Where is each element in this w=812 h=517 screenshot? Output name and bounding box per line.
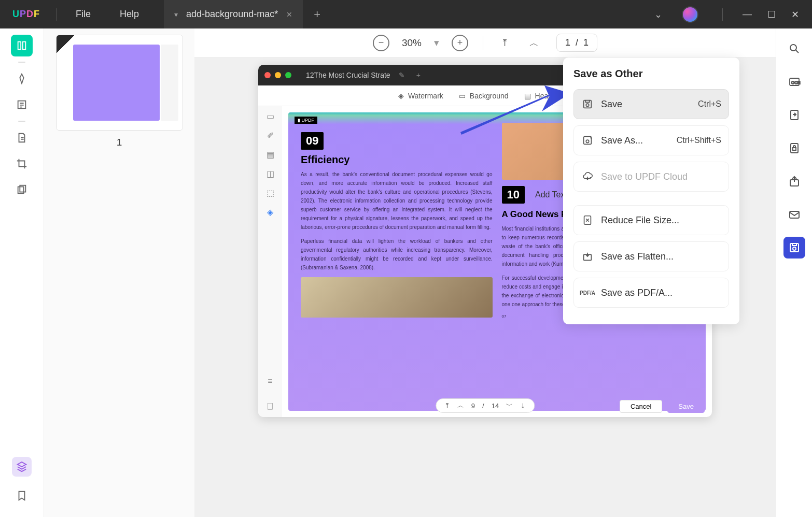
tab-dropdown-icon[interactable]: ▾: [174, 10, 178, 19]
search-icon[interactable]: [783, 38, 805, 60]
pdfa-icon: PDF/A: [581, 286, 594, 299]
mac-bookmark-icon: ⎕: [268, 401, 273, 411]
mac-tool-icon: ◫: [267, 169, 274, 179]
first-icon: ⤒: [444, 402, 450, 410]
save-pdfa-button[interactable]: PDF/A Save as PDF/A...: [573, 278, 729, 308]
svg-point-4: [586, 104, 589, 107]
reduce-icon: [581, 214, 594, 226]
user-avatar[interactable]: [682, 6, 698, 23]
mac-close-icon: [264, 72, 271, 78]
zoom-out-button[interactable]: −: [373, 35, 389, 51]
layers-icon[interactable]: [12, 457, 32, 477]
highlighter-icon[interactable]: [11, 68, 33, 90]
mac-tool-icon: ⬚: [267, 188, 274, 198]
main-area: 1 − 30% ▾ + ⤒ ︿ 1 / 1: [0, 28, 812, 517]
share-icon[interactable]: [783, 170, 805, 192]
convert-icon[interactable]: [783, 104, 805, 126]
add-text-label: Add Text: [535, 185, 567, 205]
section-heading: Efficiency: [301, 154, 493, 166]
content-image: [301, 277, 493, 318]
menu-help[interactable]: Help: [105, 9, 153, 20]
reader-mode-icon[interactable]: [11, 35, 33, 56]
add-tab-button[interactable]: +: [303, 0, 331, 28]
first-page-icon[interactable]: ⤒: [498, 35, 512, 51]
mac-layers-icon: ≡: [268, 377, 272, 386]
ocr-icon[interactable]: OCR: [783, 71, 805, 93]
app-logo: UPDF: [0, 9, 52, 20]
zoom-dropdown-icon[interactable]: ▾: [434, 37, 439, 49]
mac-tab-title: 12The Most Crucial Strate: [306, 71, 390, 79]
mac-tool-icon: ◈: [267, 207, 273, 217]
svg-point-9: [790, 45, 796, 51]
next-icon: ﹀: [506, 401, 513, 410]
window-close-icon[interactable]: ✕: [791, 9, 799, 20]
document-viewport: − 30% ▾ + ⤒ ︿ 1 / 1: [194, 28, 776, 517]
svg-text:OCR: OCR: [791, 80, 801, 85]
svg-rect-14: [793, 148, 796, 150]
mac-save-button: Save: [667, 400, 705, 413]
tab-close-icon[interactable]: ✕: [286, 10, 292, 19]
save-button[interactable]: Save Ctrl+S: [573, 89, 729, 119]
reduce-size-button[interactable]: Reduce File Size...: [573, 205, 729, 235]
section-number: 09: [301, 132, 324, 150]
save-flatten-button[interactable]: Save as Flatten...: [573, 241, 729, 271]
mac-add-tab-icon: +: [416, 71, 421, 79]
organize-icon[interactable]: [11, 179, 33, 200]
shortcut-label: Ctrl+Shift+S: [677, 136, 721, 145]
mac-tool-icon: ▭: [267, 111, 274, 121]
bookmark-icon[interactable]: [11, 485, 33, 507]
svg-rect-16: [790, 211, 799, 218]
svg-point-6: [586, 140, 589, 143]
save-label: Save: [601, 99, 622, 110]
reduce-label: Reduce File Size...: [601, 215, 679, 226]
document-tab[interactable]: ▾ add-background-mac* ✕: [164, 0, 303, 28]
svg-point-18: [793, 247, 796, 250]
save-as-button[interactable]: Save As... Ctrl+Shift+S: [573, 125, 729, 155]
mac-page-nav: ⤒ ︿ 9 / 14 ﹀ ⤓: [436, 398, 535, 413]
divider: [722, 8, 723, 21]
shortcut-label: Ctrl+S: [698, 99, 721, 109]
save-icon: [581, 98, 594, 110]
cloud-icon: [581, 170, 594, 183]
panel-title: Save as Other: [573, 68, 729, 80]
annotation-arrow: [456, 85, 570, 142]
save-other-icon[interactable]: [783, 237, 805, 258]
thumbnail-panel: 1: [44, 28, 194, 517]
mac-edit-icon: ✎: [399, 71, 405, 79]
mac-tool-icon: ✐: [267, 131, 274, 140]
page-tools-icon[interactable]: [11, 127, 33, 149]
prev-icon: ︿: [457, 401, 464, 410]
last-icon: ⤓: [520, 402, 526, 410]
page-indicator[interactable]: 1 / 1: [556, 34, 597, 52]
email-icon[interactable]: [783, 204, 805, 225]
window-maximize-icon[interactable]: ☐: [767, 9, 776, 20]
dropdown-icon[interactable]: ⌄: [654, 9, 662, 20]
prev-page-icon[interactable]: ︿: [526, 35, 542, 51]
menu-file[interactable]: File: [61, 9, 105, 20]
thumbnail-label: 1: [117, 137, 122, 148]
top-toolbar: − 30% ▾ + ⤒ ︿ 1 / 1: [194, 28, 776, 58]
protect-icon[interactable]: [783, 137, 805, 159]
divider: [57, 8, 57, 21]
mac-cancel-button: Cancel: [620, 400, 662, 413]
left-sidebar: [0, 28, 44, 517]
save-cloud-label: Save to UPDF Cloud: [601, 171, 688, 182]
save-as-other-panel: Save as Other Save Ctrl+S Save As... Ctr…: [563, 58, 739, 324]
crop-icon[interactable]: [11, 153, 33, 175]
flatten-label: Save as Flatten...: [601, 251, 674, 262]
edit-text-icon[interactable]: [11, 94, 33, 116]
titlebar: UPDF File Help ▾ add-background-mac* ✕ +…: [0, 0, 812, 28]
body-text: Paperless financial data will lighten th…: [301, 237, 493, 272]
mac-tool-icon: ▤: [267, 150, 274, 160]
mac-left-tools: ▭ ✐ ▤ ◫ ⬚ ◈ ≡ ⎕: [258, 106, 282, 417]
save-as-icon: [581, 134, 594, 147]
pdfa-label: Save as PDF/A...: [601, 288, 673, 298]
window-minimize-icon[interactable]: —: [743, 9, 752, 20]
zoom-level: 30%: [402, 37, 422, 49]
zoom-in-button[interactable]: +: [452, 35, 468, 51]
save-cloud-button[interactable]: Save to UPDF Cloud: [573, 162, 729, 192]
page-thumbnail[interactable]: [56, 35, 183, 131]
watermark-tool: ◈Watermark: [398, 92, 443, 100]
mac-maximize-icon: [285, 72, 291, 78]
right-sidebar: OCR: [776, 28, 812, 517]
